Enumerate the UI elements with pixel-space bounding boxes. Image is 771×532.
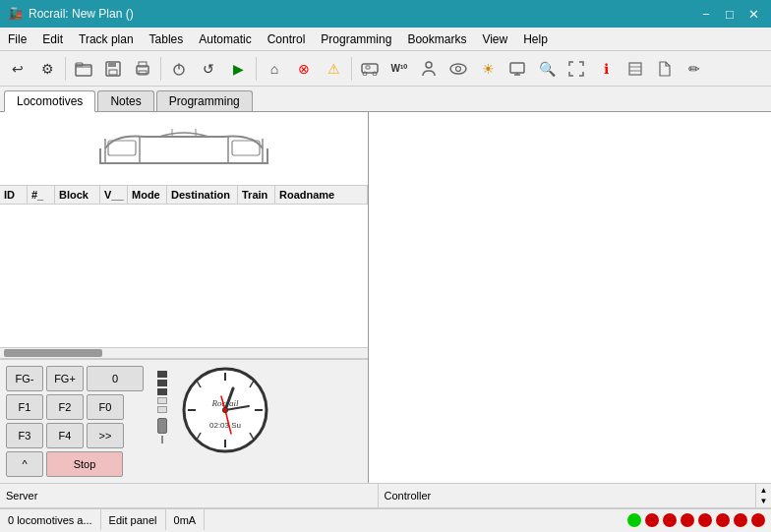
col-id: ID (0, 186, 28, 204)
tab-notes[interactable]: Notes (97, 90, 153, 111)
train-button[interactable] (356, 55, 384, 83)
status-dot-1 (627, 513, 641, 527)
fg-minus-button[interactable]: FG- (6, 366, 43, 391)
tab-locomotives[interactable]: Locomotives (4, 90, 95, 112)
menu-programming[interactable]: Programming (313, 28, 399, 50)
speed-bar-5 (157, 371, 167, 378)
horizontal-scrollbar[interactable] (0, 347, 368, 359)
controller-label: Controller (385, 490, 432, 502)
power-button[interactable] (165, 55, 193, 83)
row-f3: F3 F4 >> (6, 423, 144, 448)
f0-button[interactable]: F0 (87, 394, 124, 420)
fg-plus-button[interactable]: FG+ (46, 366, 84, 391)
menu-automatic[interactable]: Automatic (191, 28, 259, 50)
menu-view[interactable]: View (474, 28, 515, 50)
status-icons (627, 513, 771, 527)
server-label: Server (6, 490, 37, 502)
col-num: #_ (28, 186, 55, 204)
reverse-button[interactable]: ^ (6, 451, 43, 477)
f4-button[interactable]: F4 (46, 423, 84, 448)
f2-button[interactable]: F2 (46, 394, 84, 420)
scroll-up[interactable]: ▲ (760, 486, 768, 495)
col-block: Block (55, 186, 100, 204)
edit-button[interactable]: ✏ (681, 55, 708, 83)
person-button[interactable] (415, 55, 443, 83)
col-destination: Destination (167, 186, 238, 204)
menu-help[interactable]: Help (515, 28, 556, 50)
search-button[interactable]: 🔍 (533, 55, 561, 83)
status-dot-7 (734, 513, 747, 527)
stop-button[interactable]: Stop (46, 451, 123, 477)
svg-point-15 (456, 66, 461, 71)
main-content: ID #_ Block V__ Mode Destination Train R… (0, 112, 771, 483)
back-button[interactable]: ↩ (4, 55, 31, 83)
menu-file[interactable]: File (0, 28, 34, 50)
vertical-scrollbar[interactable]: ▲ ▼ (755, 484, 771, 507)
wifi-button[interactable]: W¹⁰ (386, 55, 413, 83)
status-dot-8 (751, 513, 765, 527)
current-section: 0mA (166, 509, 206, 530)
eye-button[interactable] (445, 55, 472, 83)
svg-rect-20 (108, 141, 136, 155)
loco-count-section: 0 locomotives a... (0, 509, 101, 530)
toolbar-sep-1 (65, 57, 66, 81)
controls-area: FG- FG+ 0 F1 F2 F0 F3 F4 >> ^ Stop (0, 359, 368, 483)
stop-circle-button[interactable]: ⊗ (290, 55, 318, 83)
speed-slider-handle[interactable] (157, 418, 167, 434)
close-button[interactable]: ✕ (743, 4, 763, 24)
scroll-thumb[interactable] (4, 349, 102, 357)
col-roadname: Roadname (275, 186, 368, 204)
minimize-button[interactable]: − (696, 4, 716, 24)
info-button[interactable]: ℹ (592, 55, 620, 83)
locomotive-sketch (86, 119, 282, 178)
scroll-down[interactable]: ▼ (760, 497, 768, 505)
display-button[interactable] (504, 55, 531, 83)
svg-point-14 (450, 64, 466, 74)
right-panel (369, 112, 771, 483)
menu-track-plan[interactable]: Track plan (71, 28, 142, 50)
title-bar: 🚂 Rocrail: New Plan () − □ ✕ (0, 0, 771, 28)
function-buttons: FG- FG+ 0 F1 F2 F0 F3 F4 >> ^ Stop (6, 366, 144, 477)
title-text: Rocrail: New Plan () (29, 7, 134, 21)
loco-table-body[interactable] (0, 205, 368, 347)
save-button[interactable] (99, 55, 127, 83)
svg-text:02:03 Su: 02:03 Su (209, 421, 241, 430)
open-folder-button[interactable] (70, 55, 97, 83)
locomotive-image (0, 112, 368, 186)
status-dot-3 (663, 513, 677, 527)
svg-rect-21 (232, 141, 260, 155)
speed-slider-track (161, 436, 163, 443)
status-bar: 0 locomotives a... Edit panel 0mA (0, 508, 771, 530)
undo-button[interactable]: ↺ (195, 55, 222, 83)
f1-button[interactable]: F1 (6, 394, 43, 420)
list-button[interactable] (622, 55, 649, 83)
forward-button[interactable]: >> (87, 423, 124, 448)
document-button[interactable] (651, 55, 679, 83)
speed-bar-4 (157, 380, 167, 386)
speed-input[interactable]: 0 (87, 366, 144, 391)
fullscreen-button[interactable] (563, 55, 590, 83)
svg-point-13 (426, 62, 432, 68)
print-button[interactable] (129, 55, 156, 83)
col-mode: Mode (128, 186, 167, 204)
edit-panel-section[interactable]: Edit panel (101, 509, 166, 530)
clock-face: Rocrail 02:03 Su (182, 367, 268, 453)
menu-bookmarks[interactable]: Bookmarks (399, 28, 474, 50)
menu-bar: File Edit Track plan Tables Automatic Co… (0, 28, 771, 51)
menu-tables[interactable]: Tables (142, 28, 192, 50)
tab-programming[interactable]: Programming (156, 90, 253, 111)
svg-rect-4 (109, 70, 117, 75)
row-fg: FG- FG+ 0 (6, 366, 144, 391)
menu-control[interactable]: Control (260, 28, 314, 50)
speed-bar-2 (157, 397, 167, 404)
svg-rect-12 (366, 66, 370, 69)
settings-button[interactable]: ⚙ (33, 55, 61, 83)
toolbar-sep-4 (351, 57, 352, 81)
sun-button[interactable]: ☀ (474, 55, 502, 83)
maximize-button[interactable]: □ (720, 4, 740, 24)
play-button[interactable]: ▶ (224, 55, 252, 83)
warning-button[interactable]: ⚠ (320, 55, 347, 83)
menu-edit[interactable]: Edit (34, 28, 71, 50)
f3-button[interactable]: F3 (6, 423, 43, 448)
home-button[interactable]: ⌂ (261, 55, 288, 83)
